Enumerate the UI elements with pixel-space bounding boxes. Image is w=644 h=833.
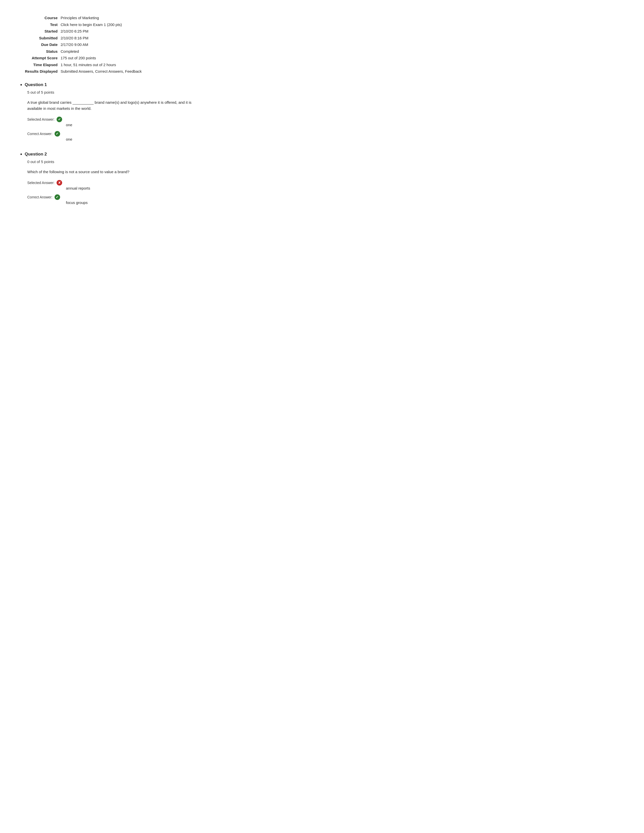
question-1-selected-answer-section: Selected Answer: ✔ one	[27, 117, 207, 127]
time-elapsed-value: 1 hour, 51 minutes out of 2 hours	[61, 62, 116, 68]
question-1-selected-icon: ✔	[56, 117, 62, 122]
time-elapsed-row: Time Elapsed 1 hour, 51 minutes out of 2…	[20, 62, 207, 68]
exam-info-table: Course Principles of Marketing Test Clic…	[20, 15, 207, 74]
selected-answer-label-text: Selected Answer:	[27, 117, 55, 121]
submitted-row: Submitted 2/10/20 8:16 PM	[20, 35, 207, 41]
started-label: Started	[20, 29, 61, 34]
attempt-score-row: Attempt Score 175 out of 200 points	[20, 55, 207, 61]
question-2-bullet: •	[20, 151, 22, 157]
due-date-row: Due Date 2/17/20 9:00 AM	[20, 42, 207, 48]
question-2-block: • Question 2 0 out of 5 points Which of …	[20, 151, 207, 205]
question-1-correct-answer-section: Correct Answer: ✔ one	[27, 131, 207, 142]
question-2-selected-icon: ✘	[56, 180, 62, 185]
question-1-header: • Question 1	[20, 82, 207, 88]
question-1-selected-label: Selected Answer: ✔	[27, 117, 64, 122]
question-1-selected-row: Selected Answer: ✔	[27, 117, 207, 122]
started-value: 2/10/20 6:25 PM	[61, 29, 89, 34]
question-1-correct-value: one	[66, 137, 207, 142]
started-row: Started 2/10/20 6:25 PM	[20, 29, 207, 34]
course-label: Course	[20, 15, 61, 21]
attempt-score-label: Attempt Score	[20, 55, 61, 61]
submitted-value: 2/10/20 8:16 PM	[61, 35, 89, 41]
test-value: Click here to begin Exam 1 (200 pts)	[61, 22, 122, 28]
question-2-title: Question 2	[25, 152, 47, 157]
question-2-correct-value: focus groups	[66, 200, 207, 205]
question-1-correct-label: Correct Answer: ✔	[27, 131, 64, 137]
question-1-bullet: •	[20, 82, 22, 88]
question-2-selected-row: Selected Answer: ✘	[27, 180, 207, 185]
question-1-text: A true global brand carries __________ b…	[27, 100, 207, 112]
question-2-correct-answer-section: Correct Answer: ✔ focus groups	[27, 195, 207, 205]
course-value: Principles of Marketing	[61, 15, 99, 21]
question-1-points: 5 out of 5 points	[27, 90, 207, 95]
question-1-block: • Question 1 5 out of 5 points A true gl…	[20, 82, 207, 142]
question-1-correct-row: Correct Answer: ✔	[27, 131, 207, 137]
time-elapsed-label: Time Elapsed	[20, 62, 61, 68]
test-row: Test Click here to begin Exam 1 (200 pts…	[20, 22, 207, 28]
due-date-label: Due Date	[20, 42, 61, 48]
question-2-selected-label: Selected Answer: ✘	[27, 180, 64, 185]
question-1-selected-value: one	[66, 123, 207, 127]
question-2-header: • Question 2	[20, 151, 207, 157]
question-1-title: Question 1	[25, 82, 47, 87]
question-2-selected-answer-section: Selected Answer: ✘ annual reports	[27, 180, 207, 190]
question-2-correct-row: Correct Answer: ✔	[27, 195, 207, 200]
status-label: Status	[20, 49, 61, 55]
test-label: Test	[20, 22, 61, 28]
question-2-text: Which of the following is not a source u…	[27, 169, 207, 175]
status-row: Status Completed	[20, 49, 207, 55]
results-displayed-label: Results Displayed	[20, 69, 61, 74]
due-date-value: 2/17/20 9:00 AM	[61, 42, 88, 48]
attempt-score-value: 175 out of 200 points	[61, 55, 96, 61]
results-displayed-row: Results Displayed Submitted Answers, Cor…	[20, 69, 207, 74]
question-2-points: 0 out of 5 points	[27, 159, 207, 164]
question-1-correct-icon: ✔	[55, 131, 60, 137]
submitted-label: Submitted	[20, 35, 61, 41]
correct-answer-label-text: Correct Answer:	[27, 132, 53, 136]
question-2-correct-icon: ✔	[55, 195, 60, 200]
selected-answer-label-text-2: Selected Answer:	[27, 181, 55, 185]
question-2-selected-value: annual reports	[66, 186, 207, 190]
question-2-correct-label: Correct Answer: ✔	[27, 195, 64, 200]
course-row: Course Principles of Marketing	[20, 15, 207, 21]
status-value: Completed	[61, 49, 79, 55]
correct-answer-label-text-2: Correct Answer:	[27, 195, 53, 199]
results-displayed-value: Submitted Answers, Correct Answers, Feed…	[61, 69, 142, 74]
